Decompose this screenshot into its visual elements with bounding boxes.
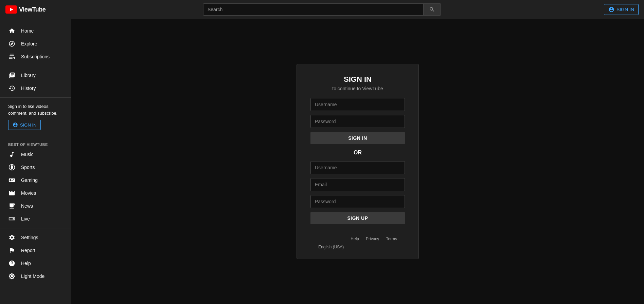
sidebar-item-settings[interactable]: Settings: [0, 231, 71, 244]
sidebar-item-gaming[interactable]: Gaming: [0, 174, 71, 187]
music-icon: [8, 151, 16, 158]
signin-username-input[interactable]: [310, 98, 405, 111]
sidebar-subscriptions-label: Subscriptions: [21, 54, 50, 59]
footer-terms-link[interactable]: Terms: [386, 236, 397, 249]
footer-links: English (USA) Help Privacy Terms: [318, 236, 397, 249]
logo[interactable]: ViewTube: [5, 5, 73, 14]
explore-icon: [8, 40, 16, 48]
movies-icon: [8, 189, 16, 197]
sidebar-section-signin-promo: Sign in to like videos, comment, and sub…: [0, 98, 71, 137]
sidebar-item-library[interactable]: Library: [0, 69, 71, 82]
sidebar-news-label: News: [21, 203, 33, 209]
register-password-input[interactable]: [310, 195, 405, 208]
sidebar-live-label: Live: [21, 216, 30, 222]
search-button[interactable]: [423, 4, 441, 15]
settings-icon: [8, 234, 16, 241]
gaming-icon: [8, 176, 16, 184]
sidebar-item-report[interactable]: Report: [0, 244, 71, 257]
sidebar-library-label: Library: [21, 73, 36, 78]
search-icon: [429, 6, 435, 13]
sidebar-movies-label: Movies: [21, 190, 36, 196]
sports-icon: [8, 164, 16, 171]
signin-password-input[interactable]: [310, 115, 405, 128]
header-sign-in-label: SIGN IN: [616, 7, 634, 12]
footer-help-link[interactable]: Help: [351, 236, 359, 249]
sidebar-music-label: Music: [21, 152, 34, 157]
sidebar-item-lightmode[interactable]: Light Mode: [0, 270, 71, 283]
sidebar-lightmode-label: Light Mode: [21, 273, 44, 279]
sidebar-sign-in-button[interactable]: SIGN IN: [8, 120, 41, 130]
sign-in-promo: Sign in to like videos, comment, and sub…: [0, 100, 71, 134]
person-icon: [608, 6, 614, 13]
live-icon: [8, 215, 16, 223]
sidebar-history-label: History: [21, 86, 36, 91]
home-icon: [8, 27, 16, 35]
library-icon: [8, 72, 16, 79]
sidebar-item-explore[interactable]: Explore: [0, 37, 71, 50]
brand-name: ViewTube: [19, 6, 46, 13]
sidebar-section-main: Home Explore Subscriptions: [0, 22, 71, 66]
footer-language: English (USA): [318, 245, 344, 249]
sidebar-item-movies[interactable]: Movies: [0, 187, 71, 200]
header: ViewTube SIGN IN: [0, 0, 644, 19]
signup-button[interactable]: SIGN UP: [310, 212, 405, 224]
signin-button[interactable]: SIGN IN: [310, 132, 405, 144]
logo-icon: [5, 5, 17, 14]
sidebar-settings-label: Settings: [21, 235, 38, 240]
sidebar-section-best: BEST OF VIEWTUBE Music Sports Gaming Mov…: [0, 137, 71, 228]
sidebar-item-music[interactable]: Music: [0, 148, 71, 161]
sidebar-section-misc: Settings Report Help Light Mode: [0, 228, 71, 285]
history-icon: [8, 84, 16, 92]
sign-in-promo-text: Sign in to like videos, comment, and sub…: [8, 103, 63, 116]
signin-title: SIGN IN: [344, 75, 372, 84]
sidebar-item-subscriptions[interactable]: Subscriptions: [0, 50, 71, 63]
sidebar-item-help[interactable]: Help: [0, 257, 71, 270]
sidebar-sign-in-label: SIGN IN: [20, 122, 36, 128]
sidebar-help-label: Help: [21, 261, 31, 266]
search-input[interactable]: [203, 4, 423, 15]
sidebar-item-home[interactable]: Home: [0, 24, 71, 37]
subscriptions-icon: [8, 53, 16, 60]
sidebar-section-library: Library History: [0, 66, 71, 98]
sidebar-item-live[interactable]: Live: [0, 212, 71, 225]
search-container: [203, 3, 441, 16]
sidebar-home-label: Home: [21, 28, 34, 34]
sidebar-item-news[interactable]: News: [0, 200, 71, 212]
lightmode-icon: [8, 272, 16, 280]
signin-subtitle: to continue to ViewTube: [332, 86, 383, 91]
register-username-input[interactable]: [310, 161, 405, 174]
sidebar-item-sports[interactable]: Sports: [0, 161, 71, 174]
sidebar-explore-label: Explore: [21, 41, 37, 46]
news-icon: [8, 202, 16, 210]
register-email-input[interactable]: [310, 178, 405, 191]
report-icon: [8, 247, 16, 254]
signin-card: SIGN IN to continue to ViewTube SIGN IN …: [297, 64, 419, 259]
person-icon-sidebar: [13, 122, 18, 128]
sidebar: Home Explore Subscriptions Library: [0, 19, 71, 304]
sidebar-gaming-label: Gaming: [21, 177, 38, 183]
best-of-label: BEST OF VIEWTUBE: [0, 140, 71, 148]
main-content: SIGN IN to continue to ViewTube SIGN IN …: [71, 19, 644, 304]
header-right: SIGN IN: [571, 4, 639, 15]
help-icon: [8, 260, 16, 267]
sidebar-item-history[interactable]: History: [0, 82, 71, 95]
header-sign-in-button[interactable]: SIGN IN: [604, 4, 639, 15]
sidebar-sports-label: Sports: [21, 165, 35, 170]
or-divider: OR: [354, 150, 362, 156]
search-area: [73, 3, 571, 16]
footer-privacy-link[interactable]: Privacy: [366, 236, 379, 249]
sidebar-report-label: Report: [21, 248, 35, 253]
